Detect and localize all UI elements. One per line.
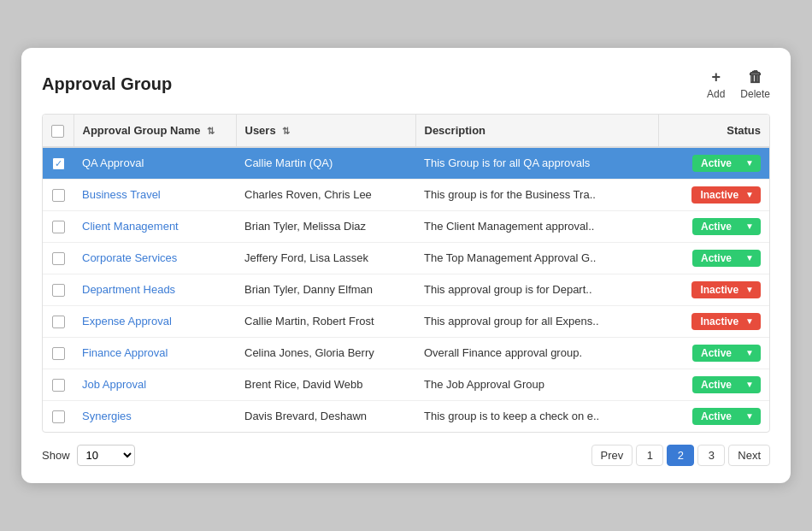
next-button[interactable]: Next xyxy=(728,445,770,466)
row-checkbox-cell xyxy=(43,369,74,400)
status-badge[interactable]: Active▼ xyxy=(692,155,761,172)
status-badge[interactable]: Active▼ xyxy=(692,376,761,393)
footer: Show 102550100 Prev123Next xyxy=(42,445,770,466)
table-row[interactable]: Job ApprovalBrent Rice, David WebbThe Jo… xyxy=(43,369,769,400)
row-status-cell: Inactive▼ xyxy=(658,179,769,210)
pagination: Prev123Next xyxy=(591,445,770,466)
header-checkbox[interactable] xyxy=(51,125,64,138)
header-desc-col: Description xyxy=(415,115,658,146)
row-checkbox-cell xyxy=(43,400,74,432)
group-name-link[interactable]: Department Heads xyxy=(82,283,175,296)
row-status-cell: Active▼ xyxy=(658,337,769,369)
row-name-cell: Client Management xyxy=(74,210,236,242)
add-label: Add xyxy=(707,88,725,100)
row-checkbox[interactable] xyxy=(52,157,65,170)
show-select[interactable]: 102550100 xyxy=(77,445,135,466)
row-checkbox[interactable] xyxy=(52,410,65,423)
card-header: Approval Group + Add 🗑 Delete xyxy=(42,68,770,100)
row-status-cell: Active▼ xyxy=(658,369,769,400)
row-status-cell: Inactive▼ xyxy=(658,305,769,337)
delete-icon: 🗑 xyxy=(748,68,763,86)
group-name-link[interactable]: Job Approval xyxy=(82,378,146,391)
row-users-cell: Celina Jones, Gloria Berry xyxy=(236,337,415,369)
row-users-cell: Charles Roven, Chris Lee xyxy=(236,179,415,210)
delete-label: Delete xyxy=(740,88,770,100)
show-label: Show xyxy=(42,449,70,462)
header-users-col: Users ⇅ xyxy=(236,115,415,146)
approval-group-table: Approval Group Name ⇅ Users ⇅ Descriptio… xyxy=(43,115,769,431)
group-name-link[interactable]: Expense Approval xyxy=(82,315,172,327)
row-checkbox-cell xyxy=(43,210,74,242)
status-badge[interactable]: Inactive▼ xyxy=(691,281,761,298)
status-dropdown-arrow: ▼ xyxy=(745,253,754,263)
add-icon: + xyxy=(711,68,721,86)
status-badge[interactable]: Inactive▼ xyxy=(691,186,761,204)
row-status-cell: Active▼ xyxy=(658,242,769,274)
row-checkbox-cell xyxy=(43,305,74,337)
status-dropdown-arrow: ▼ xyxy=(745,190,754,199)
status-dropdown-arrow: ▼ xyxy=(745,285,754,294)
page-title: Approval Group xyxy=(42,74,172,94)
row-users-cell: Brian Tyler, Danny Elfman xyxy=(236,274,415,305)
row-desc-cell: The Top Management Approval G.. xyxy=(415,242,658,274)
table-row[interactable]: Corporate ServicesJeffery Ford, Lisa Las… xyxy=(43,242,769,274)
row-desc-cell: This Group is for all QA approvals xyxy=(415,147,658,180)
row-desc-cell: This approval group for all Expens.. xyxy=(415,305,658,337)
row-checkbox[interactable] xyxy=(52,347,65,360)
page-button-2[interactable]: 2 xyxy=(667,445,694,466)
header-name-label: Approval Group Name xyxy=(83,124,201,137)
group-name-link[interactable]: QA Approval xyxy=(82,156,144,169)
status-dropdown-arrow: ▼ xyxy=(745,316,754,326)
group-name-link[interactable]: Synergies xyxy=(82,410,132,422)
page-button-3[interactable]: 3 xyxy=(697,445,725,466)
status-badge[interactable]: Inactive▼ xyxy=(691,313,761,330)
table-row[interactable]: SynergiesDavis Brevard, DeshawnThis grou… xyxy=(43,400,769,432)
row-status-cell: Active▼ xyxy=(658,400,769,432)
group-name-link[interactable]: Finance Approval xyxy=(82,346,168,359)
row-checkbox-cell xyxy=(43,337,74,369)
table-row[interactable]: Business TravelCharles Roven, Chris LeeT… xyxy=(43,179,769,210)
row-users-cell: Jeffery Ford, Lisa Lassek xyxy=(236,242,415,274)
header-status-col: Status xyxy=(658,115,769,146)
table-row[interactable]: Department HeadsBrian Tyler, Danny Elfma… xyxy=(43,274,769,305)
status-badge[interactable]: Active▼ xyxy=(692,218,761,235)
approval-group-card: Approval Group + Add 🗑 Delete Approval G… xyxy=(21,48,791,482)
page-button-1[interactable]: 1 xyxy=(636,445,663,466)
group-name-link[interactable]: Business Travel xyxy=(82,188,161,201)
row-checkbox[interactable] xyxy=(52,221,65,233)
table-header: Approval Group Name ⇅ Users ⇅ Descriptio… xyxy=(43,115,769,146)
name-sort-icon[interactable]: ⇅ xyxy=(207,126,215,137)
status-dropdown-arrow: ▼ xyxy=(745,411,754,421)
delete-button[interactable]: 🗑 Delete xyxy=(740,68,770,100)
group-name-link[interactable]: Client Management xyxy=(82,220,179,233)
header-name-col: Approval Group Name ⇅ xyxy=(74,115,236,146)
group-name-link[interactable]: Corporate Services xyxy=(82,251,177,264)
row-checkbox[interactable] xyxy=(52,284,65,297)
status-dropdown-arrow: ▼ xyxy=(745,221,754,231)
table-row[interactable]: QA ApprovalCallie Martin (QA)This Group … xyxy=(43,147,769,180)
table-row[interactable]: Expense ApprovalCallie Martin, Robert Fr… xyxy=(43,305,769,337)
users-sort-icon[interactable]: ⇅ xyxy=(282,126,290,137)
status-badge[interactable]: Active▼ xyxy=(692,408,761,425)
row-name-cell: Job Approval xyxy=(74,369,236,400)
row-status-cell: Active▼ xyxy=(658,210,769,242)
row-users-cell: Brian Tyler, Melissa Diaz xyxy=(236,210,415,242)
row-users-cell: Brent Rice, David Webb xyxy=(236,369,415,400)
row-checkbox[interactable] xyxy=(52,189,65,202)
row-checkbox-cell xyxy=(43,274,74,305)
table-row[interactable]: Client ManagementBrian Tyler, Melissa Di… xyxy=(43,210,769,242)
row-checkbox-cell xyxy=(43,242,74,274)
table-row[interactable]: Finance ApprovalCelina Jones, Gloria Ber… xyxy=(43,337,769,369)
status-badge[interactable]: Active▼ xyxy=(692,345,761,362)
row-checkbox[interactable] xyxy=(52,316,65,328)
row-checkbox[interactable] xyxy=(52,379,65,392)
prev-button[interactable]: Prev xyxy=(591,445,633,466)
row-status-cell: Inactive▼ xyxy=(658,274,769,305)
row-name-cell: Department Heads xyxy=(74,274,236,305)
add-button[interactable]: + Add xyxy=(707,68,725,100)
row-name-cell: Business Travel xyxy=(74,179,236,210)
row-name-cell: Finance Approval xyxy=(74,337,236,369)
status-badge[interactable]: Active▼ xyxy=(692,250,761,267)
row-checkbox[interactable] xyxy=(52,252,65,265)
row-status-cell: Active▼ xyxy=(658,147,769,180)
